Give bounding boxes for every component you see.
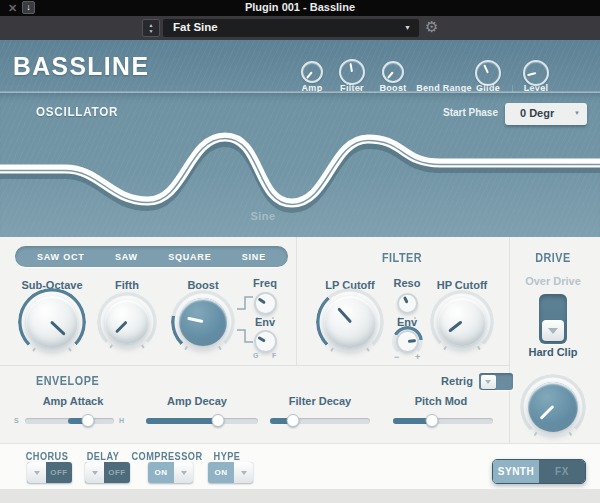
velocity-filter-knob[interactable] bbox=[339, 59, 365, 85]
plugin-window: ✕ ↓ Plugin 001 - Bassline ▲ ▼ Fat Sine ▼… bbox=[0, 0, 600, 503]
toggle-handle[interactable] bbox=[85, 462, 104, 483]
spinner-up-icon[interactable]: ▲ bbox=[149, 23, 154, 28]
toggle-state: ON bbox=[208, 462, 234, 483]
filter-decay-label: Filter Decay bbox=[270, 395, 370, 407]
spinner-down-icon[interactable]: ▼ bbox=[149, 29, 154, 34]
toggle-handle[interactable] bbox=[234, 462, 253, 483]
pitch-mod-label: Pitch Mod bbox=[391, 395, 491, 407]
toggle-handle[interactable] bbox=[27, 462, 46, 483]
start-phase-value: 0 Degr bbox=[520, 107, 554, 119]
chevron-down-icon bbox=[548, 328, 558, 334]
retrig-toggle[interactable] bbox=[479, 373, 513, 390]
pitch-mod-slider[interactable] bbox=[393, 418, 493, 424]
preset-bar: ▲ ▼ Fat Sine ▼ ⚙ bbox=[0, 16, 600, 40]
amp-attack-slider[interactable] bbox=[25, 418, 114, 424]
wave-tab-saw[interactable]: SAW bbox=[115, 252, 138, 262]
delay-label: DELAY bbox=[66, 451, 140, 462]
compressor-toggle[interactable]: ON bbox=[148, 462, 193, 483]
tab-synth[interactable]: SYNTH bbox=[493, 460, 539, 483]
slider-fill bbox=[146, 418, 218, 424]
filter-decay-slider[interactable] bbox=[270, 418, 370, 424]
toggle-state: OFF bbox=[104, 462, 130, 483]
wave-tab-square[interactable]: SQUARE bbox=[168, 252, 211, 262]
preset-name: Fat Sine bbox=[173, 21, 218, 33]
slider-handle[interactable] bbox=[426, 414, 439, 427]
slider-handle[interactable] bbox=[287, 414, 300, 427]
hard-clip-label: Hard Clip bbox=[503, 346, 600, 358]
freq-knob[interactable] bbox=[254, 292, 277, 315]
chevron-down-icon bbox=[485, 380, 491, 384]
sub-octave-knob[interactable] bbox=[26, 296, 78, 348]
amp-decay-slider[interactable] bbox=[146, 418, 258, 424]
bassline-logo: BASSLINE bbox=[13, 51, 149, 82]
wave-tab-sine[interactable]: SINE bbox=[242, 252, 266, 262]
wave-shape-selector: SAW OCT SAW SQUARE SINE bbox=[15, 246, 288, 267]
chevron-down-icon bbox=[34, 471, 40, 475]
hype-label: HYPE bbox=[190, 451, 264, 462]
level-knob[interactable] bbox=[523, 60, 549, 86]
panel-divider bbox=[509, 237, 510, 443]
filter-title: FILTER bbox=[357, 251, 447, 265]
panel-divider bbox=[296, 237, 297, 365]
preset-dropdown[interactable]: Fat Sine ▼ bbox=[163, 19, 419, 37]
drive-title: DRIVE bbox=[508, 251, 598, 265]
drive-knob[interactable] bbox=[528, 382, 578, 432]
window-bottom-edge bbox=[0, 489, 600, 503]
chorus-toggle[interactable]: OFF bbox=[27, 462, 72, 483]
chevron-down-icon bbox=[241, 471, 247, 475]
envelope-title: ENVELOPE bbox=[36, 374, 99, 388]
main-panel: SAW OCT SAW SQUARE SINE Sub-Octave Fifth… bbox=[0, 237, 600, 443]
env-max-label: F bbox=[272, 352, 276, 359]
oscillator-title: OSCILLATOR bbox=[36, 104, 118, 119]
velocity-boost-knob[interactable] bbox=[382, 61, 404, 83]
hp-cutoff-knob[interactable] bbox=[438, 298, 486, 346]
wave-name: Sine bbox=[213, 210, 313, 222]
oscillator-display: OSCILLATOR Start Phase 0 Degr ▼ Sine bbox=[0, 92, 600, 237]
osc-env-knob[interactable] bbox=[254, 330, 277, 353]
amp-decay-label: Amp Decay bbox=[147, 395, 247, 407]
fifth-knob[interactable] bbox=[105, 300, 149, 344]
start-phase-dropdown[interactable]: 0 Degr ▼ bbox=[505, 103, 587, 125]
synth-fx-switch: SYNTH FX bbox=[492, 459, 586, 484]
tab-fx[interactable]: FX bbox=[539, 460, 585, 483]
attack-max-label: H bbox=[119, 417, 124, 424]
title-bar: ✕ ↓ Plugin 001 - Bassline bbox=[0, 0, 600, 16]
filter-env-knob[interactable] bbox=[396, 330, 419, 353]
osc-env-label: Env bbox=[225, 316, 305, 328]
velocity-amp-knob[interactable] bbox=[301, 61, 323, 83]
toggle-state: ON bbox=[148, 462, 174, 483]
slider-handle[interactable] bbox=[82, 414, 95, 427]
switch-handle[interactable] bbox=[542, 320, 564, 341]
slider-handle[interactable] bbox=[211, 414, 224, 427]
chevron-down-icon bbox=[92, 471, 98, 475]
wave-tab-saw-oct[interactable]: SAW OCT bbox=[37, 252, 85, 262]
fx-bar: CHORUS OFF DELAY OFF COMPRESSOR ON HYPE … bbox=[0, 443, 600, 489]
toggle-handle[interactable] bbox=[481, 375, 496, 389]
env-minus-label: − bbox=[394, 352, 399, 362]
gear-icon[interactable]: ⚙ bbox=[425, 18, 438, 36]
hype-toggle[interactable]: ON bbox=[208, 462, 253, 483]
preset-spinner[interactable]: ▲ ▼ bbox=[142, 19, 160, 37]
window-title: Plugin 001 - Bassline bbox=[0, 1, 600, 13]
dropdown-caret-icon: ▼ bbox=[404, 24, 411, 31]
freq-label: Freq bbox=[225, 277, 305, 289]
attack-min-label: S bbox=[14, 417, 19, 424]
over-drive-label: Over Drive bbox=[503, 275, 600, 287]
osc-boost-knob[interactable] bbox=[179, 298, 227, 346]
start-phase-label: Start Phase bbox=[443, 107, 498, 118]
amp-attack-label: Amp Attack bbox=[23, 395, 123, 407]
toggle-handle[interactable] bbox=[174, 462, 193, 483]
drive-mode-switch[interactable] bbox=[539, 294, 567, 344]
delay-toggle[interactable]: OFF bbox=[85, 462, 130, 483]
panel-divider bbox=[0, 365, 509, 366]
reso-knob[interactable] bbox=[397, 293, 418, 314]
env-plus-label: + bbox=[415, 352, 420, 362]
start-phase-caret-icon: ▼ bbox=[574, 110, 580, 116]
glide-knob[interactable] bbox=[475, 60, 501, 86]
chevron-down-icon bbox=[181, 471, 187, 475]
plugin-header: BASSLINE VELOCITY CONTROL Amp Filter Boo… bbox=[0, 40, 600, 92]
toggle-state: OFF bbox=[46, 462, 72, 483]
env-min-label: G bbox=[253, 352, 258, 359]
